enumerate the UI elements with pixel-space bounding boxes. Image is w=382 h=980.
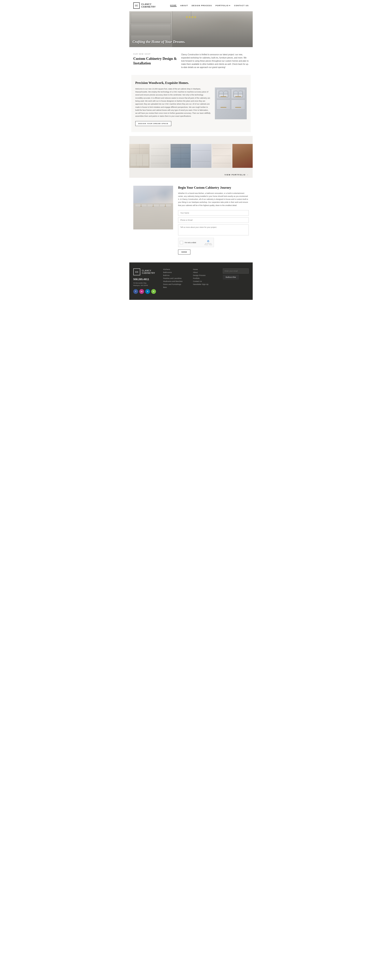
footer-kitchens[interactable]: Kitchens (163, 269, 189, 270)
footer-logo-initials: CC (135, 271, 139, 273)
portfolio-item-3[interactable] (171, 144, 191, 168)
footer-logo-name: CLANCYCABINETRY (142, 270, 155, 274)
precision-section: Precision Woodwork, Exquisite Homes. Wel… (131, 75, 251, 132)
portfolio-item-4[interactable] (191, 144, 211, 168)
footer-bathrooms[interactable]: Bathrooms (163, 271, 189, 274)
nav-about[interactable]: ABOUT (180, 5, 188, 6)
footer-nav-design[interactable]: Design Process (193, 274, 219, 276)
footer-mudrooms[interactable]: Mudrooms and Benches (163, 280, 189, 282)
nav-links: HOME ABOUT DESIGN PROCESS PORTFOLIO ▾ CO… (170, 4, 249, 7)
journey-image (133, 186, 173, 229)
journey-section: Begin Your Custom Cabinetry Journey Whet… (129, 178, 253, 262)
navigation: CC CLANCYCABINETRY HOME ABOUT DESIGN PRO… (129, 0, 253, 11)
footer-builtins[interactable]: Built-ins (163, 274, 189, 276)
message-textarea[interactable] (178, 224, 249, 235)
journey-content: Begin Your Custom Cabinetry Journey Whet… (178, 186, 249, 255)
hero-title: Crafting the Home of Your Dreams. (133, 40, 185, 44)
footer-address: 53 Mercantile Way Mashpee, MA 02649 (133, 282, 159, 287)
recaptcha-logo: ♻ reCAPTCHAPrivacy - Terms (205, 240, 212, 245)
send-button[interactable]: SEND (178, 250, 190, 255)
logo-name: CLANCYCABINETRY (141, 3, 156, 8)
facebook-link[interactable]: f (133, 289, 138, 294)
footer-bars[interactable]: Bars (163, 286, 189, 288)
footer-pantries[interactable]: Pantries and Laundries (163, 277, 189, 279)
portfolio-link-row: VIEW PORTFOLIO → (129, 172, 253, 178)
nav-design-process[interactable]: DESIGN PROCESS (192, 5, 212, 6)
footer-col-services: Kitchens Bathrooms Built-ins Pantries an… (163, 269, 189, 294)
shop-label: OUR NEW SHOP (133, 53, 177, 55)
linkedin-link[interactable]: li (145, 289, 150, 294)
footer-nav-contact[interactable]: Contact Us (193, 280, 219, 282)
footer-nav-about[interactable]: About (193, 271, 219, 274)
logo-box: CC (133, 2, 140, 9)
nav-portfolio[interactable]: PORTFOLIO ▾ (216, 5, 230, 6)
logo-initials: CC (135, 5, 138, 7)
footer-doors[interactable]: Doors and Furnishings (163, 283, 189, 285)
name-input[interactable] (178, 210, 249, 216)
footer-nav-portfolio[interactable]: Portfolio (193, 277, 219, 279)
footer-social: f in li h (133, 289, 159, 294)
shop-left: OUR NEW SHOP Custom Cabinetry Design & I… (133, 53, 177, 66)
portfolio-item-5[interactable] (212, 144, 232, 168)
precision-content: Precision Woodwork, Exquisite Homes. Wel… (135, 81, 211, 126)
footer-nav-newsletter[interactable]: Newsletter Sign-Up (193, 283, 219, 285)
footer-grid: CC CLANCYCABINETRY 508.265.4911 53 Merca… (133, 269, 249, 294)
shop-description: Clancy Construction is thrilled to annou… (181, 53, 249, 69)
chevron-down-icon: ▾ (229, 5, 230, 6)
nav-home[interactable]: HOME (170, 4, 177, 7)
portfolio-item-6[interactable] (232, 144, 253, 168)
cabinet-grid (215, 88, 247, 119)
footer-col-1: CC CLANCYCABINETRY 508.265.4911 53 Merca… (133, 269, 159, 294)
shop-title: Custom Cabinetry Design & Installation (133, 56, 177, 66)
precision-image (215, 88, 247, 119)
houzz-link[interactable]: h (151, 289, 156, 294)
portfolio-item-2[interactable] (150, 144, 170, 168)
shop-section: OUR NEW SHOP Custom Cabinetry Design & I… (129, 47, 253, 75)
footer: CC CLANCYCABINETRY 508.265.4911 53 Merca… (129, 262, 253, 300)
contact-input[interactable] (178, 217, 249, 223)
subscribe-button[interactable]: Subscribe (223, 275, 239, 280)
precision-text: Welcome to our new 10,000-square-foot, s… (135, 88, 211, 118)
recaptcha-widget[interactable]: I'm not a robot ♻ reCAPTCHAPrivacy - Ter… (178, 238, 214, 247)
newsletter-input[interactable] (223, 269, 249, 274)
design-dream-space-button[interactable]: DESIGN YOUR DREAM SPACE (135, 121, 171, 126)
journey-title: Begin Your Custom Cabinetry Journey (178, 186, 249, 190)
precision-title: Precision Woodwork, Exquisite Homes. (135, 81, 211, 85)
view-portfolio-link[interactable]: VIEW PORTFOLIO → (225, 174, 249, 176)
footer-col-newsletter: Subscribe (223, 269, 249, 294)
instagram-link[interactable]: in (139, 289, 144, 294)
portfolio-item-1[interactable] (129, 144, 150, 168)
recaptcha-label: I'm not a robot (185, 242, 196, 243)
portfolio-strip-section: VIEW PORTFOLIO → (129, 136, 253, 178)
nav-contact[interactable]: CONTACT US (234, 5, 249, 6)
hero-section: Crafting the Home of Your Dreams. (129, 11, 253, 47)
footer-nav-home[interactable]: Home (193, 269, 219, 270)
portfolio-strip (129, 140, 253, 172)
footer-col-nav: Home About Design Process Portfolio Cont… (193, 269, 219, 294)
footer-phone[interactable]: 508.265.4911 (133, 278, 159, 281)
footer-logo-box: CC (133, 269, 140, 275)
journey-description: Whether it's a brand-new kitchen, a bath… (178, 192, 249, 207)
logo[interactable]: CC CLANCYCABINETRY (133, 2, 156, 9)
recaptcha-checkbox[interactable] (180, 241, 183, 244)
